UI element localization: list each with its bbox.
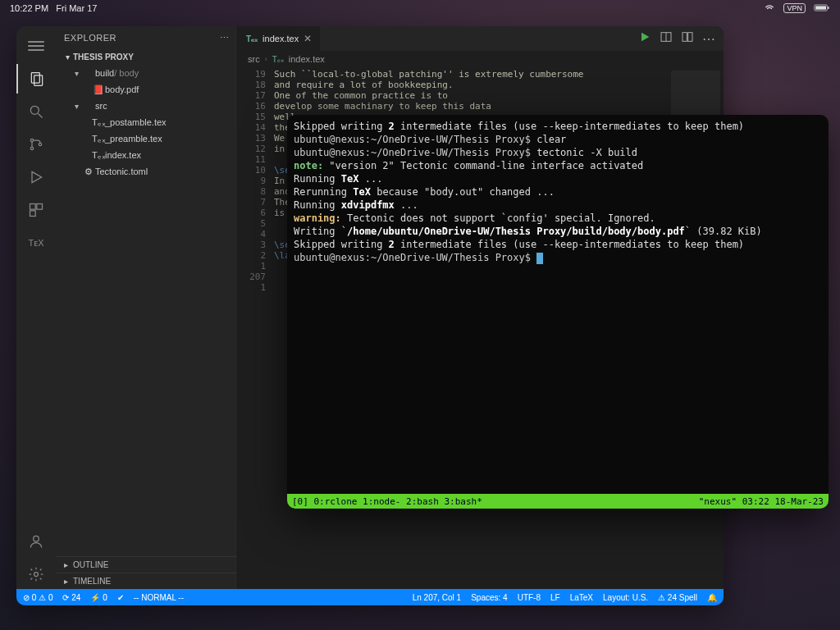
file-icon: ⚙ [82, 167, 95, 177]
tmux-status-bar[interactable]: [0] 0:rclone 1:node- 2:bash 3:bash* "nex… [287, 494, 829, 509]
tmux-status-right: "nexus" 03:22 18-Mar-23 [699, 496, 824, 507]
file-icon: 📕 [92, 84, 105, 95]
explorer-icon[interactable] [16, 64, 56, 94]
wifi-icon [764, 2, 775, 15]
close-icon[interactable]: ✕ [304, 33, 312, 44]
sidebar-title: EXPLORER [64, 33, 116, 43]
file-icon: Tₑₓ [92, 117, 105, 128]
breadcrumb-segment[interactable]: index.tex [289, 54, 325, 64]
chevron-right-icon: › [265, 55, 267, 63]
status-item[interactable]: ⚠ 24 Spell [658, 593, 697, 602]
status-item[interactable]: UTF-8 [518, 593, 541, 602]
svg-point-15 [34, 573, 39, 577]
more-icon[interactable]: ⋯ [702, 31, 715, 47]
split-icon[interactable] [660, 30, 673, 47]
project-name-label: THESIS PROXY [73, 52, 134, 62]
svg-point-5 [30, 106, 39, 114]
mac-menubar: 10:22 PM Fri Mar 17 VPN [0, 0, 840, 16]
file-tree: ▾build / body📕body.pdf▾srcTₑₓ_postamble.… [56, 65, 237, 556]
chevron-icon: ▾ [71, 69, 82, 78]
svg-rect-2 [815, 6, 826, 9]
chevron-icon: ▾ [71, 102, 82, 111]
clock: 10:22 PM [10, 3, 48, 13]
svg-rect-19 [682, 33, 687, 42]
file-icon: Tₑₓ [92, 150, 105, 161]
svg-point-8 [30, 147, 33, 149]
file-tree-item[interactable]: ⚙Tectonic.toml [56, 163, 237, 180]
svg-rect-20 [688, 33, 692, 42]
run-icon[interactable] [638, 30, 651, 47]
file-label: Tectonic.toml [95, 167, 148, 176]
breadcrumb-segment[interactable]: src [248, 54, 260, 64]
settings-icon[interactable] [16, 559, 56, 589]
tab-index-tex[interactable]: Tₑₓ index.tex ✕ [238, 26, 321, 51]
layout-icon[interactable] [681, 30, 694, 47]
svg-rect-1 [828, 7, 829, 9]
tex-file-icon: Tₑₓ [272, 55, 284, 64]
account-icon[interactable] [16, 527, 56, 556]
vpn-badge: VPN [783, 3, 806, 13]
svg-point-9 [39, 143, 41, 145]
chevron-down-icon: ▾ [66, 52, 70, 62]
status-item[interactable]: LaTeX [570, 593, 593, 602]
sidebar-more-icon[interactable]: ⋯ [220, 33, 230, 43]
file-tree-item[interactable]: ▾build / body [56, 65, 237, 81]
status-left: ⊘ 0 ⚠ 0⟳ 24⚡ 0✔-- NORMAL -- [23, 593, 184, 602]
status-item[interactable]: Layout: U.S. [603, 593, 648, 602]
activity-bar: TᴇX [16, 26, 56, 589]
svg-rect-3 [31, 73, 39, 84]
explorer-sidebar: EXPLORER ⋯ ▾ THESIS PROXY ▾build / body📕… [56, 26, 238, 589]
search-icon[interactable] [16, 97, 56, 126]
outline-section[interactable]: ▸ OUTLINE [56, 556, 237, 573]
file-tree-item[interactable]: 📕body.pdf [56, 81, 237, 98]
status-right: Ln 207, Col 1Spaces: 4UTF-8LFLaTeXLayout… [413, 593, 717, 602]
status-bar: ⊘ 0 ⚠ 0⟳ 24⚡ 0✔-- NORMAL -- Ln 207, Col … [16, 589, 724, 605]
status-item[interactable]: ✔ [117, 593, 124, 602]
tex-icon[interactable]: TᴇX [16, 228, 56, 258]
status-item[interactable]: Spaces: 4 [471, 593, 507, 602]
status-item[interactable]: ⚡ 0 [90, 593, 107, 602]
project-title[interactable]: ▾ THESIS PROXY [56, 49, 237, 65]
outline-label: OUTLINE [73, 560, 108, 569]
svg-rect-13 [30, 211, 36, 217]
file-label: index.tex [105, 150, 141, 160]
file-label: src [95, 101, 107, 111]
status-item[interactable]: Ln 207, Col 1 [413, 593, 462, 602]
status-item[interactable]: ⊘ 0 ⚠ 0 [23, 593, 52, 602]
svg-rect-4 [34, 75, 43, 86]
debug-icon[interactable] [16, 162, 56, 192]
svg-point-14 [34, 536, 39, 541]
svg-rect-11 [30, 204, 36, 210]
svg-line-6 [39, 114, 43, 118]
status-item[interactable]: ⟳ 24 [62, 593, 80, 602]
terminal-window: Skipped writing 2 intermediate files (us… [287, 115, 829, 509]
file-label: body.pdf [105, 84, 139, 94]
menubar-left: 10:22 PM Fri Mar 17 [10, 3, 97, 13]
tab-label: index.tex [262, 34, 299, 43]
breadcrumb[interactable]: src › Tₑₓ index.tex [238, 51, 724, 67]
file-tree-item[interactable]: Tₑₓindex.tex [56, 147, 237, 163]
file-icon: Tₑₓ [92, 134, 105, 144]
timeline-label: TIMELINE [73, 577, 111, 586]
file-suffix: / body [114, 68, 139, 78]
svg-point-7 [30, 139, 33, 141]
timeline-section[interactable]: ▸ TIMELINE [56, 573, 237, 589]
file-tree-item[interactable]: Tₑₓ_postamble.tex [56, 114, 237, 130]
tmux-status-left: [0] 0:rclone 1:node- 2:bash 3:bash* [292, 496, 482, 507]
hamburger-menu[interactable] [16, 31, 56, 61]
file-tree-item[interactable]: Tₑₓ_preamble.tex [56, 130, 237, 147]
file-label: _postamble.tex [105, 117, 167, 127]
source-control-icon[interactable] [16, 130, 56, 159]
status-item[interactable]: 🔔 [707, 593, 717, 602]
svg-marker-16 [641, 33, 649, 42]
terminal-output[interactable]: Skipped writing 2 intermediate files (us… [287, 115, 829, 494]
battery-icon [814, 3, 830, 14]
file-label: _preamble.tex [105, 134, 162, 144]
file-tree-item[interactable]: ▾src [56, 98, 237, 114]
extensions-icon[interactable] [16, 195, 56, 225]
tex-file-icon: Tₑₓ [246, 34, 258, 43]
status-item[interactable]: -- NORMAL -- [134, 593, 184, 602]
chevron-right-icon: ▸ [64, 560, 68, 569]
status-item[interactable]: LF [550, 593, 560, 602]
chevron-right-icon: ▸ [64, 577, 68, 586]
